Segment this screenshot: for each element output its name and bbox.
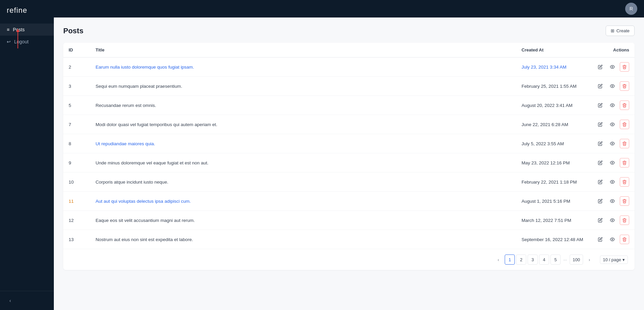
delete-button[interactable] (620, 120, 629, 129)
cell-actions (590, 153, 635, 172)
edit-button[interactable] (596, 216, 605, 225)
cell-id: 7 (63, 115, 90, 134)
view-button[interactable] (608, 216, 617, 225)
pagination-next[interactable]: › (584, 255, 595, 265)
edit-button[interactable] (596, 81, 605, 91)
col-header-actions: Actions (590, 43, 635, 57)
per-page-chevron-icon: ▾ (622, 257, 625, 262)
table-row: 9 Unde minus doloremque vel eaque fugiat… (63, 153, 635, 172)
delete-button[interactable] (620, 62, 629, 72)
view-button[interactable] (608, 235, 617, 244)
edit-button[interactable] (596, 62, 605, 72)
pagination-page-1[interactable]: 1 (505, 255, 515, 265)
edit-button[interactable] (596, 235, 605, 244)
svg-point-0 (612, 66, 613, 68)
sidebar-item-logout[interactable]: ↩ Logout (0, 36, 54, 48)
svg-point-4 (612, 143, 613, 144)
view-button[interactable] (608, 81, 617, 91)
view-button[interactable] (608, 139, 617, 148)
arrow-line (17, 32, 18, 48)
collapse-button[interactable]: ‹ (7, 297, 14, 305)
cell-title: Corporis atque incidunt iusto neque. (90, 172, 516, 192)
svg-point-5 (612, 162, 613, 163)
table-header: ID Title Created At Actions (63, 43, 635, 57)
per-page-label: 10 / page (603, 257, 621, 262)
edit-button[interactable] (596, 196, 605, 206)
view-button[interactable] (608, 196, 617, 206)
col-header-title: Title (90, 43, 516, 57)
view-button[interactable] (608, 101, 617, 110)
cell-created-at: February 25, 2021 1:55 AM (516, 77, 590, 96)
sidebar-bottom: ‹ (0, 291, 54, 310)
cell-title[interactable]: Aut aut qui voluptas delectus ipsa adipi… (90, 192, 516, 211)
col-header-id: ID (63, 43, 90, 57)
user-info: R (625, 3, 637, 15)
sidebar-nav: ≡ Posts ↩ Logout (0, 21, 54, 291)
content-area: Posts ⊞ Create ID Title Created At Actio… (54, 17, 644, 310)
table-row: 13 Nostrum aut eius non sint est expedit… (63, 230, 635, 249)
delete-button[interactable] (620, 139, 629, 148)
create-icon: ⊞ (611, 28, 614, 33)
posts-table-container: ID Title Created At Actions 2 Earum null… (63, 43, 635, 270)
svg-point-7 (612, 200, 613, 202)
svg-point-2 (612, 105, 613, 106)
per-page-selector[interactable]: 10 / page ▾ (600, 256, 628, 264)
logo: refine (0, 0, 54, 21)
cell-created-at: September 16, 2022 12:48 AM (516, 230, 590, 249)
avatar: R (625, 3, 637, 15)
delete-button[interactable] (620, 177, 629, 187)
delete-button[interactable] (620, 158, 629, 167)
cell-title: Sequi eum numquam placeat praesentium. (90, 77, 516, 96)
cell-id: 2 (63, 57, 90, 77)
svg-point-9 (612, 239, 613, 240)
pagination-prev[interactable]: ‹ (493, 255, 503, 265)
cell-created-at: July 23, 2021 3:34 AM (516, 57, 590, 77)
delete-button[interactable] (620, 196, 629, 206)
view-button[interactable] (608, 177, 617, 187)
page-header: Posts ⊞ Create (63, 26, 635, 36)
table-row: 8 Ut repudiandae maiores quia. July 5, 2… (63, 134, 635, 153)
pagination-page-3[interactable]: 3 (528, 255, 538, 265)
cell-actions (590, 230, 635, 249)
create-label: Create (616, 28, 630, 33)
cell-created-at: February 22, 2021 1:18 PM (516, 172, 590, 192)
pagination-last-page[interactable]: 100 (570, 255, 583, 265)
create-button[interactable]: ⊞ Create (606, 26, 635, 36)
delete-button[interactable] (620, 101, 629, 110)
edit-button[interactable] (596, 101, 605, 110)
cell-created-at: June 22, 2021 6:28 AM (516, 115, 590, 134)
table-body: 2 Earum nulla iusto doloremque quos fugi… (63, 57, 635, 249)
cell-title[interactable]: Earum nulla iusto doloremque quos fugiat… (90, 57, 516, 77)
avatar-initial: R (630, 6, 633, 11)
edit-button[interactable] (596, 177, 605, 187)
pagination-page-4[interactable]: 4 (539, 255, 549, 265)
cell-title[interactable]: Ut repudiandae maiores quia. (90, 134, 516, 153)
pagination-page-5[interactable]: 5 (550, 255, 561, 265)
cell-title: Unde minus doloremque vel eaque fugiat e… (90, 153, 516, 172)
cell-id: 5 (63, 96, 90, 115)
edit-button[interactable] (596, 120, 605, 129)
logo-text: refine (7, 6, 27, 15)
svg-point-1 (612, 85, 613, 87)
edit-button[interactable] (596, 139, 605, 148)
sidebar-item-posts[interactable]: ≡ Posts (0, 24, 54, 36)
cell-id: 13 (63, 230, 90, 249)
svg-point-8 (612, 220, 613, 221)
arrow-annotation (16, 29, 20, 48)
cell-id: 12 (63, 211, 90, 230)
delete-button[interactable] (620, 216, 629, 225)
col-header-created-at: Created At (516, 43, 590, 57)
delete-button[interactable] (620, 81, 629, 91)
pagination-page-2[interactable]: 2 (516, 255, 526, 265)
table-row: 3 Sequi eum numquam placeat praesentium.… (63, 77, 635, 96)
table-row: 5 Recusandae rerum est omnis. August 20,… (63, 96, 635, 115)
view-button[interactable] (608, 158, 617, 167)
svg-point-3 (612, 124, 613, 125)
delete-button[interactable] (620, 235, 629, 244)
main-content: R Posts ⊞ Create ID Title Created At Act… (54, 0, 644, 310)
view-button[interactable] (608, 120, 617, 129)
view-button[interactable] (608, 62, 617, 72)
edit-button[interactable] (596, 158, 605, 167)
table-row: 2 Earum nulla iusto doloremque quos fugi… (63, 57, 635, 77)
sidebar: refine ≡ Posts ↩ Logout ‹ (0, 0, 54, 310)
